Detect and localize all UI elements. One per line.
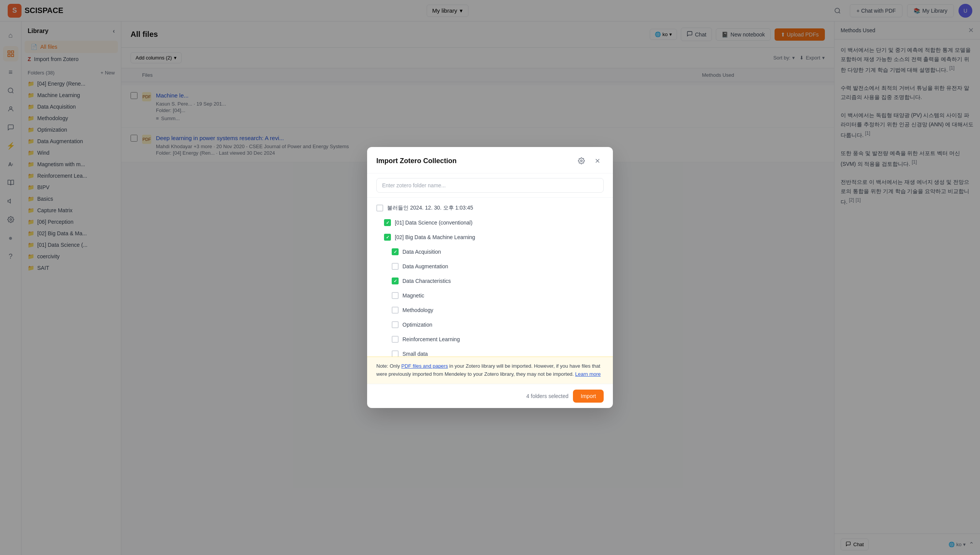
- folder-label: Data Acquisition: [402, 249, 441, 255]
- modal-folder-list: 불러들인 2024. 12. 30. 오후 1:03:45 [01] Data …: [367, 198, 613, 357]
- list-item[interactable]: 불러들인 2024. 12. 30. 오후 1:03:45: [367, 201, 613, 215]
- svg-point-11: [581, 160, 583, 162]
- folder-label: Optimization: [402, 322, 432, 328]
- folder-label: Data Characteristics: [402, 278, 451, 284]
- import-button[interactable]: Import: [573, 390, 604, 403]
- pdf-files-link[interactable]: PDF files and papers: [401, 363, 448, 369]
- note-text-before: Note: Only: [376, 363, 401, 369]
- folder-checkbox[interactable]: [392, 350, 399, 357]
- import-zotero-modal: Import Zotero Collection 불러들인 2024. 12. …: [367, 147, 613, 408]
- list-item[interactable]: [02] Big Data & Machine Learning: [367, 230, 613, 244]
- folder-checkbox[interactable]: [392, 278, 399, 284]
- zotero-folder-search-input[interactable]: [376, 178, 604, 193]
- modal-close-button[interactable]: [591, 155, 604, 167]
- folder-label: [02] Big Data & Machine Learning: [395, 234, 475, 240]
- folder-checkbox[interactable]: [392, 336, 399, 343]
- folder-label: Magnetic: [402, 292, 424, 299]
- list-item[interactable]: Small data: [367, 347, 613, 357]
- modal-footer: 4 folders selected Import: [367, 384, 613, 408]
- modal-search-area: [367, 173, 613, 198]
- list-item[interactable]: Data Acquisition: [367, 244, 613, 259]
- list-item[interactable]: Magnetic: [367, 288, 613, 303]
- folder-label: [01] Data Science (conventional): [395, 220, 472, 226]
- folder-label: Methodology: [402, 307, 433, 313]
- selected-count-label: 4 folders selected: [526, 393, 569, 399]
- learn-more-link[interactable]: Learn more: [575, 371, 601, 377]
- list-item[interactable]: Data Characteristics: [367, 274, 613, 288]
- folder-checkbox[interactable]: [384, 219, 391, 226]
- folder-checkbox[interactable]: [376, 205, 383, 211]
- modal-header-icons: [575, 155, 604, 167]
- modal-overlay: Import Zotero Collection 불러들인 2024. 12. …: [0, 0, 980, 555]
- modal-title: Import Zotero Collection: [376, 157, 457, 165]
- modal-header: Import Zotero Collection: [367, 147, 613, 173]
- folder-checkbox[interactable]: [392, 321, 399, 328]
- folder-checkbox[interactable]: [392, 248, 399, 255]
- list-item[interactable]: Data Augmentation: [367, 259, 613, 274]
- folder-label: Data Augmentation: [402, 263, 448, 269]
- list-item[interactable]: Methodology: [367, 303, 613, 317]
- list-item[interactable]: Optimization: [367, 317, 613, 332]
- folder-checkbox[interactable]: [392, 307, 399, 314]
- folder-checkbox[interactable]: [384, 234, 391, 241]
- folder-checkbox[interactable]: [392, 292, 399, 299]
- folder-label: Reinforcement Learning: [402, 336, 460, 342]
- modal-settings-button[interactable]: [575, 155, 588, 167]
- modal-note: Note: Only PDF files and papers in your …: [367, 357, 613, 384]
- folder-checkbox[interactable]: [392, 263, 399, 270]
- folder-label: 불러들인 2024. 12. 30. 오후 1:03:45: [387, 205, 473, 211]
- list-item[interactable]: Reinforcement Learning: [367, 332, 613, 347]
- folder-label: Small data: [402, 351, 428, 357]
- list-item[interactable]: [01] Data Science (conventional): [367, 215, 613, 230]
